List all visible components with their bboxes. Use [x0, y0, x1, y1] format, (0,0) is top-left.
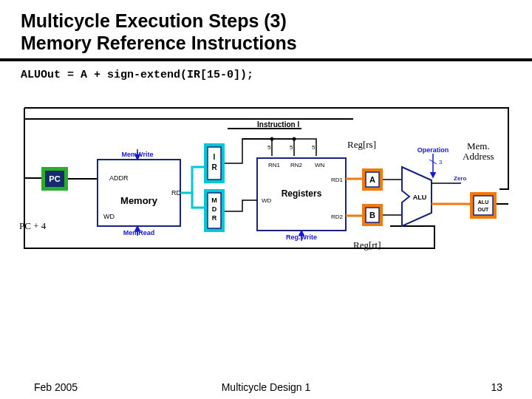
svg-text:A: A [369, 175, 375, 184]
svg-text:RN2: RN2 [290, 162, 303, 168]
svg-text:R: R [211, 163, 217, 171]
svg-text:5: 5 [267, 144, 271, 151]
pc4-label: PC + 4 [19, 220, 46, 232]
rd-label: RD [171, 189, 181, 197]
addr-label: ADDR [109, 174, 129, 182]
svg-text:RD2: RD2 [331, 214, 344, 220]
svg-text:3: 3 [439, 159, 443, 166]
instruction-i: Instruction I [257, 120, 299, 129]
svg-text:M: M [211, 197, 217, 204]
svg-text:B: B [369, 211, 375, 219]
reg-rs-label: Reg[rs] [347, 139, 376, 151]
svg-text:WN: WN [315, 162, 325, 168]
svg-point-15 [270, 137, 274, 141]
footer-right: 13 [491, 381, 502, 393]
pc-label: PC [49, 174, 60, 183]
registers-label: Registers [282, 188, 322, 199]
svg-text:I: I [214, 153, 216, 161]
svg-text:ALU: ALU [478, 200, 488, 205]
svg-text:ALU: ALU [413, 194, 427, 201]
datapath-diagram: PC ADDR RD WD Memory MemWrite MemRead I … [21, 86, 511, 278]
svg-text:D: D [212, 205, 217, 213]
reg-rt-label: Reg[rt] [353, 239, 381, 251]
operation-label: Operation [417, 146, 449, 154]
svg-text:5: 5 [312, 144, 316, 151]
code-line: ALUOut = A + sign-extend(IR[15-0]); [21, 69, 511, 81]
title-divider [0, 58, 532, 61]
svg-rect-35 [474, 196, 493, 215]
mem-addr-l2: Address [463, 151, 494, 163]
svg-text:WD: WD [262, 197, 272, 204]
footer-center: Multicycle Design 1 [0, 381, 532, 393]
diagram-svg: PC ADDR RD WD Memory MemWrite MemRead I … [21, 86, 511, 278]
memread-label: MemRead [123, 229, 155, 236]
svg-point-16 [293, 137, 296, 141]
svg-text:RD1: RD1 [331, 177, 344, 183]
svg-text:5: 5 [290, 144, 293, 151]
svg-text:Zero: Zero [454, 175, 466, 182]
slide-title: Multicycle Execution Steps (3) Memory Re… [21, 10, 511, 54]
title-line-2: Memory Reference Instructions [21, 33, 297, 53]
title-line-1: Multicycle Execution Steps (3) [21, 10, 287, 31]
memory-label: Memory [120, 195, 158, 206]
svg-text:R: R [212, 214, 217, 222]
svg-text:OUT: OUT [478, 207, 490, 212]
wd-label: WD [103, 213, 115, 220]
svg-text:RN1: RN1 [268, 162, 281, 168]
